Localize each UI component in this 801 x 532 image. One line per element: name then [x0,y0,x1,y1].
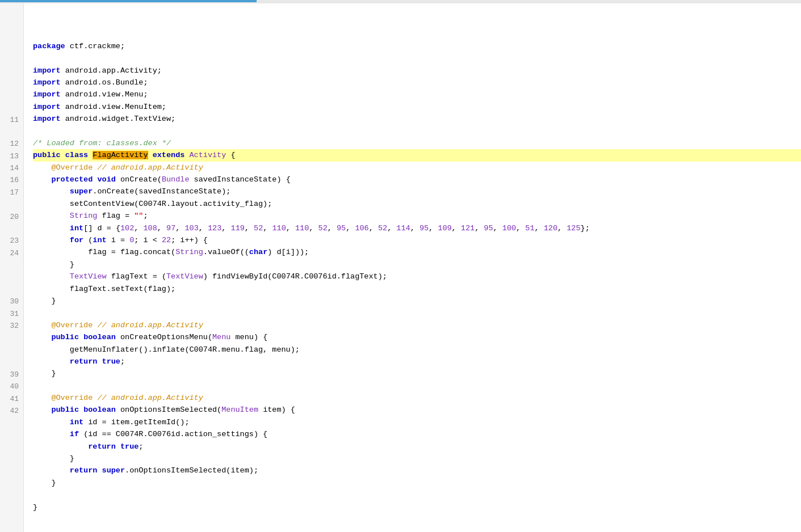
code-line: import android.app.Activity; [33,65,801,77]
code-line: public boolean onOptionsItemSelected(Men… [33,404,801,416]
code-line: @Override // android.app.Activity [33,392,801,404]
code-line [33,125,801,137]
code-line: } [33,453,801,465]
code-line: } [33,501,801,513]
code-line: package ctf.crackme; [33,40,801,52]
code-line: @Override // android.app.Activity [33,319,801,331]
line-numbers: 11121314161720232430313239404142 [0,3,24,532]
top-bar [0,0,801,3]
scroll-indicator [0,0,257,2]
code-line: super.onCreate(savedInstanceState); [33,185,801,197]
code-line: @Override // android.app.Activity [33,162,801,174]
code-line: import android.view.MenuItem; [33,101,801,113]
code-line: flagText.setText(flag); [33,283,801,295]
code-line: setContentView(C0074R.layout.activity_fl… [33,198,801,210]
code-line [33,380,801,392]
code-line: return super.onOptionsItemSelected(item)… [33,465,801,476]
code-line: } [33,295,801,307]
code-line: getMenuInflater().inflate(C0074R.menu.fl… [33,344,801,356]
code-line: flag = flag.concat(String.valueOf((char)… [33,246,801,258]
code-line [33,307,801,319]
code-line: TextView flagText = (TextView) findViewB… [33,271,801,282]
code-line: if (id == C0074R.C0076id.action_settings… [33,428,801,440]
code-line: import android.widget.TextView; [33,113,801,125]
code-line [33,52,801,64]
code-line: } [33,259,801,271]
code-line: } [33,368,801,379]
code-area: 11121314161720232430313239404142 package… [0,3,801,532]
code-content[interactable]: package ctf.crackme;import android.app.A… [24,3,801,532]
editor-container: 11121314161720232430313239404142 package… [0,0,801,532]
code-line: return true; [33,356,801,368]
code-line: } [33,477,801,489]
code-line: public boolean onCreateOptionsMenu(Menu … [33,331,801,343]
code-line [33,489,801,501]
code-line: int id = item.getItemId(); [33,416,801,428]
code-line: import android.os.Bundle; [33,77,801,88]
code-line: return true; [33,441,801,453]
code-line: String flag = ""; [33,210,801,222]
code-line: for (int i = 0; i < 22; i++) { [33,234,801,246]
code-line: protected void onCreate(Bundle savedInst… [33,174,801,185]
code-line: import android.view.Menu; [33,88,801,100]
code-line: public class FlagActivity extends Activi… [33,149,801,161]
code-line: /* Loaded from: classes.dex */ [33,137,801,149]
code-line: int[] d = {102, 108, 97, 103, 123, 119, … [33,222,801,234]
